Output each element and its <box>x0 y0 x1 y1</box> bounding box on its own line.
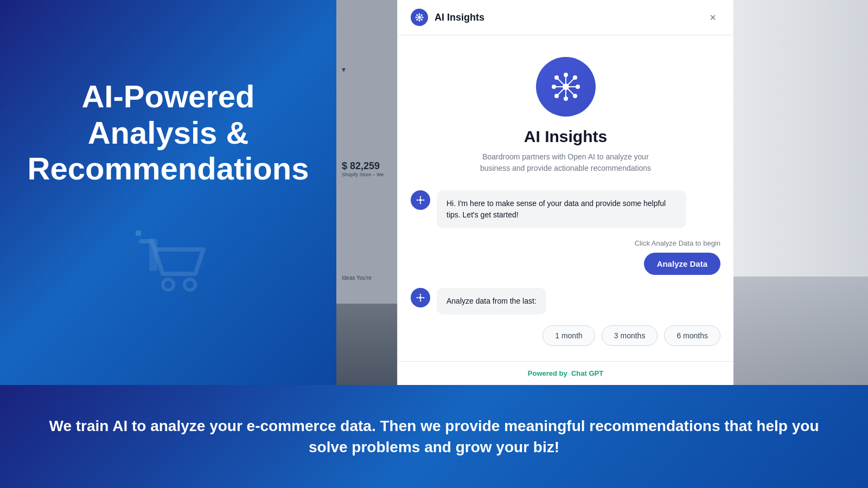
revenue-amount: $ 82,259 <box>342 160 392 172</box>
ai-insights-title: AI Insights <box>524 127 607 146</box>
ai-network-icon <box>550 70 582 103</box>
svg-rect-0 <box>136 230 141 236</box>
powered-by-text: Powered by Chat GPT <box>411 369 720 377</box>
ai-insights-subtitle: Boardroom partners with Open AI to analy… <box>468 151 663 174</box>
cart-logo-icon <box>125 220 212 306</box>
first-message-bubble: Hi. I'm here to make sense of your data … <box>437 190 686 228</box>
six-months-button[interactable]: 6 months <box>664 325 720 346</box>
ai-avatar-icon-2 <box>416 293 425 303</box>
three-months-button[interactable]: 3 months <box>602 325 658 346</box>
svg-line-37 <box>557 87 566 96</box>
ai-avatar-icon <box>416 195 425 205</box>
one-month-button[interactable]: 1 month <box>542 325 595 346</box>
close-button[interactable]: × <box>705 10 720 25</box>
svg-point-2 <box>184 279 195 290</box>
store-label: Shopify Store – We <box>342 172 392 177</box>
ideas-label: Ideas You're <box>342 275 392 281</box>
second-chat-message: Analyze data from the last: <box>411 288 720 314</box>
modal-header: AI Insights × <box>398 0 733 35</box>
chat-area: Hi. I'm here to make sense of your data … <box>411 190 720 351</box>
svg-line-35 <box>566 87 575 96</box>
analyze-data-button[interactable]: Analyze Data <box>644 253 720 275</box>
ai-avatar-2 <box>411 288 430 307</box>
svg-line-34 <box>557 78 566 87</box>
second-message-bubble: Analyze data from the last: <box>437 288 546 314</box>
modal-body: AI Insights Boardroom partners with Open… <box>398 35 733 361</box>
svg-point-1 <box>163 279 174 290</box>
modal-footer: Powered by Chat GPT <box>398 361 733 385</box>
click-hint: Click Analyze Data to begin <box>635 239 720 247</box>
modal-header-icon <box>411 9 428 26</box>
ai-avatar <box>411 190 430 210</box>
blur-image <box>733 277 868 385</box>
svg-line-36 <box>566 78 575 87</box>
hero-title: AI-Powered Analysis & Recommendations <box>22 79 315 187</box>
ai-logo-circle <box>536 57 596 117</box>
ai-icon-small <box>414 12 424 22</box>
first-chat-message: Hi. I'm here to make sense of your data … <box>411 190 720 228</box>
modal-title: AI Insights <box>435 12 705 23</box>
bottom-bar: We train AI to analyze your e-commerce d… <box>0 385 868 488</box>
time-buttons-group: 1 month 3 months 6 months <box>411 325 720 346</box>
bottom-text: We train AI to analyze your e-commerce d… <box>43 415 825 458</box>
analyze-section: Click Analyze Data to begin Analyze Data <box>411 239 720 275</box>
ai-insights-modal: AI Insights × <box>397 0 733 385</box>
powered-by-label: Powered by <box>528 369 567 377</box>
right-overflow-area <box>733 0 868 385</box>
svg-rect-3 <box>149 239 157 271</box>
dashboard-peek-panel: ▾ $ 82,259 Shopify Store – We Ideas You'… <box>336 0 397 385</box>
powered-by-service: Chat GPT <box>571 369 603 377</box>
ai-logo-section: AI Insights Boardroom partners with Open… <box>411 57 720 174</box>
left-panel: AI-Powered Analysis & Recommendations <box>0 0 336 385</box>
dashboard-image-area <box>336 304 397 385</box>
